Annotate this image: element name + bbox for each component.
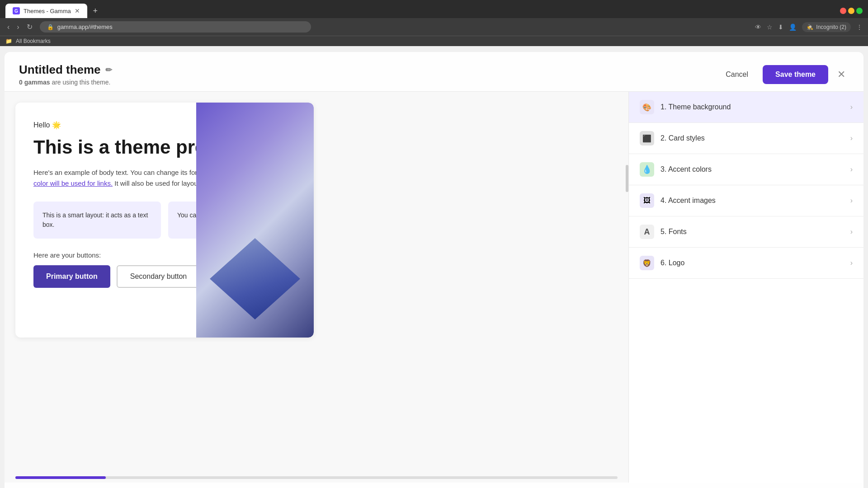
chevron-icon-2: ›: [850, 134, 853, 142]
preview-content: Hello 🌟 This is a theme preview Here's a…: [15, 103, 314, 338]
accent-images-icon: 🖼: [640, 193, 654, 208]
chevron-icon-6: ›: [850, 259, 853, 267]
settings-item-theme-background[interactable]: 🎨 1. Theme background ›: [629, 92, 863, 123]
theme-background-icon: 🎨: [640, 100, 654, 114]
lock-icon: 🔒: [47, 24, 54, 30]
theme-modal: Untitled theme ✏ 0 gammas are using this…: [5, 52, 863, 488]
chevron-icon-1: ›: [850, 103, 853, 111]
settings-label-accent-images: 4. Accent images: [660, 197, 850, 205]
tab-favicon: G: [13, 7, 20, 14]
modal-title-text: Untitled theme: [19, 63, 101, 77]
settings-item-card-styles[interactable]: ⬛ 2. Card styles ›: [629, 123, 863, 154]
modal-title-group: Untitled theme ✏ 0 gammas are using this…: [19, 63, 112, 86]
card-styles-icon: ⬛: [640, 131, 654, 145]
settings-item-fonts[interactable]: A 5. Fonts ›: [629, 216, 863, 248]
fonts-icon: A: [640, 225, 654, 239]
save-theme-button[interactable]: Save theme: [763, 65, 828, 84]
incognito-icon: 🕵: [807, 24, 813, 30]
bookmarks-label: All Bookmarks: [16, 38, 51, 44]
subtitle-rest: are using this theme.: [52, 79, 110, 86]
scrollbar-thumb: [15, 476, 106, 479]
gammas-count: 0 gammas: [19, 79, 50, 86]
window-minimize-btn[interactable]: [848, 8, 854, 14]
preview-image-shape: [210, 238, 300, 319]
preview-scrollbar[interactable]: [15, 476, 618, 479]
nav-buttons: ‹ › ↻: [5, 21, 34, 33]
bookmarks-bar: 📁 All Bookmarks: [0, 36, 868, 46]
logo-icon: 🦁: [640, 256, 654, 270]
tab-title: Themes - Gamma: [24, 8, 71, 14]
settings-label-accent-colors: 3. Accent colors: [660, 165, 850, 174]
edit-title-icon[interactable]: ✏: [105, 65, 112, 75]
modal-close-button[interactable]: ✕: [834, 67, 849, 82]
settings-label-logo: 6. Logo: [660, 259, 850, 267]
modal-subtitle: 0 gammas are using this theme.: [19, 79, 112, 86]
address-bar: ‹ › ↻ 🔒 gamma.app/#themes 👁 ☆ ⬇ 👤 🕵 Inco…: [0, 18, 868, 36]
settings-label-theme-background: 1. Theme background: [660, 103, 850, 111]
modal-header: Untitled theme ✏ 0 gammas are using this…: [5, 52, 863, 92]
url-bar[interactable]: 🔒 gamma.app/#themes: [40, 21, 311, 33]
chevron-icon-3: ›: [850, 165, 853, 174]
bookmarks-folder-icon: 📁: [5, 38, 12, 44]
refresh-button[interactable]: ↻: [25, 21, 34, 33]
profile-icon[interactable]: 👤: [789, 23, 797, 31]
forward-button[interactable]: ›: [15, 21, 21, 33]
settings-label-fonts: 5. Fonts: [660, 228, 850, 236]
settings-item-accent-colors[interactable]: 💧 3. Accent colors ›: [629, 154, 863, 185]
tab-close-button[interactable]: ✕: [75, 7, 80, 14]
settings-item-accent-images[interactable]: 🖼 4. Accent images ›: [629, 185, 863, 216]
settings-label-card-styles: 2. Card styles: [660, 134, 850, 142]
new-tab-button[interactable]: +: [89, 5, 102, 17]
download-icon[interactable]: ⬇: [778, 23, 783, 31]
browser-tab-active[interactable]: G Themes - Gamma ✕: [5, 4, 87, 18]
window-controls: [840, 8, 863, 14]
tab-bar: G Themes - Gamma ✕ +: [0, 0, 868, 18]
cancel-button[interactable]: Cancel: [717, 66, 757, 83]
settings-item-logo[interactable]: 🦁 6. Logo ›: [629, 248, 863, 279]
browser-chrome: G Themes - Gamma ✕ + ‹ › ↻ 🔒 gamma.app/#…: [0, 0, 868, 46]
modal-actions: Cancel Save theme ✕: [717, 65, 849, 84]
preview-secondary-button[interactable]: Secondary button: [117, 265, 200, 288]
window-maximize-btn[interactable]: [856, 8, 863, 14]
back-button[interactable]: ‹: [5, 21, 11, 33]
preview-primary-button[interactable]: Primary button: [33, 265, 110, 288]
preview-panel: Hello 🌟 This is a theme preview Here's a…: [5, 92, 628, 483]
star-icon[interactable]: ☆: [767, 23, 773, 31]
address-bar-actions: 👁 ☆ ⬇ 👤 🕵 Incognito (2) ⋮: [755, 22, 863, 32]
chevron-icon-4: ›: [850, 197, 853, 205]
modal-title: Untitled theme ✏: [19, 63, 112, 77]
preview-background-image: [196, 103, 314, 338]
chevron-icon-5: ›: [850, 228, 853, 236]
url-text: gamma.app/#themes: [57, 23, 113, 30]
vision-icon: 👁: [755, 23, 761, 31]
accent-colors-icon: 💧: [640, 162, 654, 177]
modal-body: Hello 🌟 This is a theme preview Here's a…: [5, 92, 863, 483]
incognito-badge: 🕵 Incognito (2): [802, 22, 851, 32]
preview-card-1: This is a smart layout: it acts as a tex…: [33, 202, 161, 239]
window-close-btn[interactable]: [840, 8, 846, 14]
menu-icon[interactable]: ⋮: [856, 23, 863, 31]
incognito-label: Incognito (2): [816, 24, 846, 30]
settings-panel: 🎨 1. Theme background › ⬛ 2. Card styles…: [628, 92, 863, 483]
